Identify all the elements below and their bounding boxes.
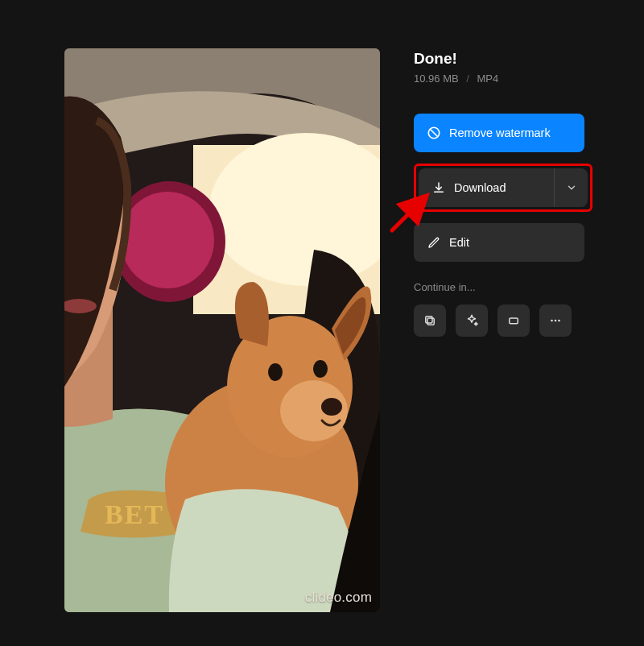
tool-sparkle-button[interactable] [456,304,488,337]
status-title: Done! [414,50,604,68]
svg-point-11 [321,398,342,416]
more-icon [548,313,563,328]
edit-label: Edit [449,236,469,249]
svg-point-4 [121,192,214,288]
tool-more-button[interactable] [539,304,572,337]
download-button[interactable]: Download [419,168,588,207]
continue-tools-row [414,304,604,337]
sparkle-icon [464,313,479,328]
crop-icon [506,313,521,328]
download-options-toggle[interactable] [554,168,588,207]
svg-line-15 [431,130,438,137]
prohibit-icon [427,126,441,140]
video-preview[interactable]: BET [64,48,380,612]
file-size: 10.96 MB [414,72,459,85]
tool-crop-button[interactable] [497,304,530,337]
svg-text:BET: BET [105,499,164,529]
svg-point-12 [268,363,283,381]
download-highlight: Download [414,164,592,212]
svg-rect-19 [426,317,432,323]
svg-point-13 [313,360,328,378]
svg-point-22 [555,320,557,322]
chevron-down-icon [566,182,577,193]
download-label: Download [454,181,506,194]
copy-icon [423,313,437,328]
file-format: MP4 [477,72,499,85]
svg-rect-20 [510,318,518,324]
svg-point-21 [551,320,553,322]
result-sidebar: Done! 10.96 MB / MP4 Remove watermark [414,48,604,646]
continue-in-label: Continue in... [414,281,604,293]
meta-separator: / [466,72,469,85]
download-icon [431,180,446,195]
pencil-icon [427,235,441,250]
svg-point-23 [558,320,560,322]
remove-watermark-button[interactable]: Remove watermark [414,114,584,152]
tool-copy-button[interactable] [414,304,446,337]
file-meta: 10.96 MB / MP4 [414,72,604,85]
remove-watermark-label: Remove watermark [449,126,551,139]
svg-rect-18 [427,318,434,325]
edit-button[interactable]: Edit [414,223,584,262]
watermark-text: clideo.com [305,590,372,606]
